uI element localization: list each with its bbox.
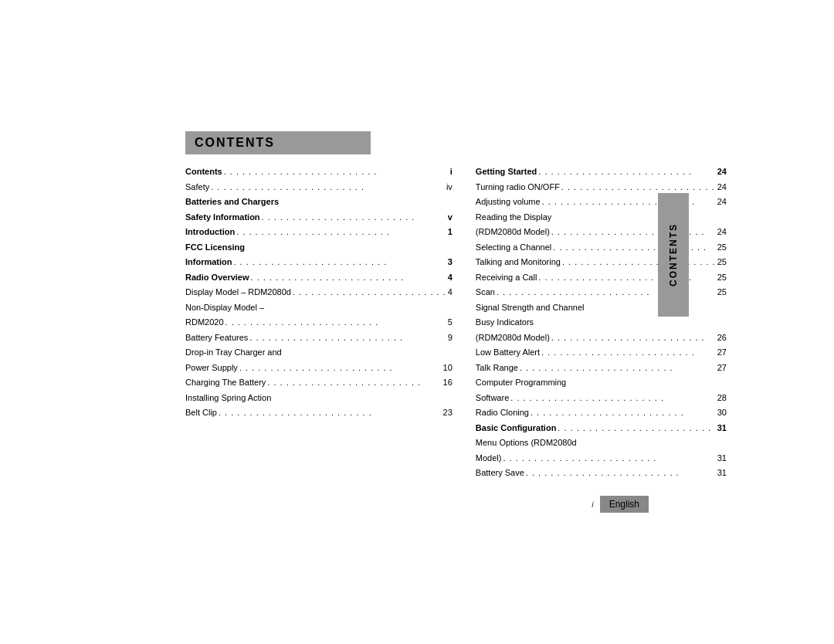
toc-entry-basic-config: Basic Configuration . . . . . . . . . . …	[476, 422, 727, 435]
sidebar-label: CONTENTS	[668, 223, 679, 286]
entry-label-rdm2080d-busy: (RDM2080d Model)	[476, 331, 550, 344]
entry-page-receiving-call: 25	[717, 271, 727, 284]
entry-label-display-model: Display Model – RDM2080d	[185, 286, 291, 299]
entry-dots-display-model: . . . . . . . . . . . . . . . . . . . . …	[293, 286, 446, 299]
toc-entry-computer-programming: Computer Programming	[476, 376, 727, 389]
entry-dots-radio-cloning: . . . . . . . . . . . . . . . . . . . . …	[531, 406, 716, 419]
toc-entry-getting-started: Getting Started . . . . . . . . . . . . …	[476, 165, 727, 178]
toc-entry-talking-monitoring: Talking and Monitoring . . . . . . . . .…	[476, 256, 727, 269]
sidebar-tab: CONTENTS	[658, 193, 689, 317]
toc-entry-selecting-channel: Selecting a Channel . . . . . . . . . . …	[476, 241, 727, 254]
toc-entry-turning-radio: Turning radio ON/OFF . . . . . . . . . .…	[476, 181, 727, 194]
entry-label-model-page: Model)	[476, 452, 502, 465]
entry-label-non-display: Non-Display Model –	[185, 303, 264, 312]
entry-page-power-supply: 10	[443, 361, 453, 375]
toc-entry-power-supply: Power Supply . . . . . . . . . . . . . .…	[185, 361, 453, 375]
toc-entry-radio-overview: Radio Overview . . . . . . . . . . . . .…	[185, 271, 453, 284]
entry-dots-safety: . . . . . . . . . . . . . . . . . . . . …	[211, 181, 445, 194]
toc-entry-reading-display: Reading the Display	[476, 211, 727, 224]
entry-label-fcc-info: Information	[185, 256, 232, 269]
entry-dots-introduction: . . . . . . . . . . . . . . . . . . . . …	[236, 225, 446, 239]
entry-label-battery-features: Battery Features	[185, 331, 248, 344]
entry-label-software: Software	[476, 391, 509, 405]
toc-entry-introduction: Introduction . . . . . . . . . . . . . .…	[185, 225, 453, 239]
toc-entry-radio-cloning: Radio Cloning . . . . . . . . . . . . . …	[476, 406, 727, 419]
toc-entry-battery-features: Battery Features . . . . . . . . . . . .…	[185, 331, 453, 344]
entry-dots-getting-started: . . . . . . . . . . . . . . . . . . . . …	[538, 165, 715, 178]
entry-label-batteries-chargers: Batteries and Chargers	[185, 197, 279, 206]
entry-page-contents: i	[450, 165, 453, 178]
entry-page-radio-overview: 4	[448, 271, 453, 284]
entry-label-turning-radio: Turning radio ON/OFF	[476, 181, 560, 194]
entry-page-display-model: 4	[448, 286, 453, 299]
entry-page-safety-info: v	[448, 211, 453, 224]
entry-dots-rdm2080d-busy: . . . . . . . . . . . . . . . . . . . . …	[551, 331, 716, 344]
entry-label-getting-started: Getting Started	[476, 165, 537, 178]
entry-dots-contents: . . . . . . . . . . . . . . . . . . . . …	[224, 165, 449, 178]
toc-entry-scan: Scan . . . . . . . . . . . . . . . . . .…	[476, 286, 727, 299]
toc-entry-installing-spring: Installing Spring Action	[185, 391, 453, 405]
entry-label-basic-config: Basic Configuration	[476, 422, 557, 435]
entry-label-reading-display: Reading the Display	[476, 212, 551, 222]
entry-label-introduction: Introduction	[185, 225, 235, 239]
entry-dots-battery-features: . . . . . . . . . . . . . . . . . . . . …	[249, 331, 446, 344]
toc-entry-batteries-chargers: Batteries and Chargers	[185, 195, 453, 208]
entry-label-busy-indicators: Busy Indicators	[476, 317, 534, 327]
entry-dots-fcc-info: . . . . . . . . . . . . . . . . . . . . …	[234, 256, 446, 269]
entry-dots-battery-save: . . . . . . . . . . . . . . . . . . . . …	[526, 466, 716, 480]
entry-dots-model-page: . . . . . . . . . . . . . . . . . . . . …	[503, 452, 715, 465]
toc-entry-battery-save: Battery Save . . . . . . . . . . . . . .…	[476, 466, 727, 480]
entry-page-battery-save: 31	[717, 466, 727, 480]
entry-page-rdm2080d-display: 24	[717, 225, 727, 239]
toc-entry-adjusting-volume: Adjusting volume . . . . . . . . . . . .…	[476, 195, 727, 208]
entry-dots-rdm2020: . . . . . . . . . . . . . . . . . . . . …	[225, 316, 446, 329]
entry-label-rdm2020: RDM2020	[185, 316, 224, 329]
entry-page-scan: 25	[717, 286, 727, 299]
entry-label-computer-programming: Computer Programming	[476, 378, 566, 387]
entry-label-contents: Contents	[185, 165, 222, 178]
entry-dots-receiving-call: . . . . . . . . . . . . . . . . . . . . …	[538, 271, 715, 284]
toc-entry-belt-clip: Belt Clip . . . . . . . . . . . . . . . …	[185, 406, 453, 419]
entry-dots-adjusting-volume: . . . . . . . . . . . . . . . . . . . . …	[542, 195, 716, 208]
entry-page-rdm2080d-busy: 26	[717, 331, 727, 344]
toc-entry-menu-options: Menu Options (RDM2080d	[476, 436, 727, 449]
footer: i English	[185, 496, 649, 513]
toc-entry-display-model: Display Model – RDM2080d . . . . . . . .…	[185, 286, 453, 299]
entry-page-getting-started: 24	[717, 165, 727, 178]
entry-page-rdm2020: 5	[448, 316, 453, 329]
entry-page-belt-clip: 23	[443, 406, 453, 419]
entry-label-talking-monitoring: Talking and Monitoring	[476, 256, 561, 269]
entry-label-adjusting-volume: Adjusting volume	[476, 195, 541, 208]
toc-entry-software: Software . . . . . . . . . . . . . . . .…	[476, 391, 727, 405]
entry-dots-radio-overview: . . . . . . . . . . . . . . . . . . . . …	[251, 271, 446, 284]
toc-entry-drop-in-tray: Drop-in Tray Charger and	[185, 346, 453, 359]
entry-page-model-page: 31	[717, 452, 727, 465]
entry-dots-charging-battery: . . . . . . . . . . . . . . . . . . . . …	[267, 376, 441, 389]
entry-page-safety: iv	[446, 181, 453, 194]
toc-entry-contents: Contents . . . . . . . . . . . . . . . .…	[185, 165, 453, 178]
entry-label-talk-range: Talk Range	[476, 361, 518, 375]
toc-entry-rdm2080d-busy: (RDM2080d Model) . . . . . . . . . . . .…	[476, 331, 727, 344]
entry-label-fcc: FCC Licensing	[185, 242, 245, 252]
contents-title: CONTENTS	[195, 136, 275, 149]
entry-label-charging-battery: Charging The Battery	[185, 376, 266, 389]
entry-label-scan: Scan	[476, 286, 495, 299]
entry-page-battery-features: 9	[448, 331, 453, 344]
entry-dots-power-supply: . . . . . . . . . . . . . . . . . . . . …	[239, 361, 442, 375]
entry-label-signal-strength: Signal Strength and Channel	[476, 303, 585, 312]
entry-page-introduction: 1	[448, 225, 453, 239]
entry-page-fcc-info: 3	[448, 256, 453, 269]
entry-page-talk-range: 27	[717, 361, 727, 375]
entry-label-drop-in-tray: Drop-in Tray Charger and	[185, 347, 282, 357]
page-number: i	[592, 500, 593, 509]
entry-page-selecting-channel: 25	[717, 241, 727, 254]
entry-page-adjusting-volume: 24	[717, 195, 727, 208]
entry-page-low-battery: 27	[717, 346, 727, 359]
entry-label-selecting-channel: Selecting a Channel	[476, 241, 551, 254]
toc-entry-model-page: Model) . . . . . . . . . . . . . . . . .…	[476, 452, 727, 465]
toc-entry-low-battery: Low Battery Alert . . . . . . . . . . . …	[476, 346, 727, 359]
entry-dots-talking-monitoring: . . . . . . . . . . . . . . . . . . . . …	[562, 256, 716, 269]
entry-label-power-supply: Power Supply	[185, 361, 238, 375]
entry-label-rdm2080d-display: (RDM2080d Model)	[476, 225, 550, 239]
toc-entry-rdm2020: RDM2020 . . . . . . . . . . . . . . . . …	[185, 316, 453, 329]
